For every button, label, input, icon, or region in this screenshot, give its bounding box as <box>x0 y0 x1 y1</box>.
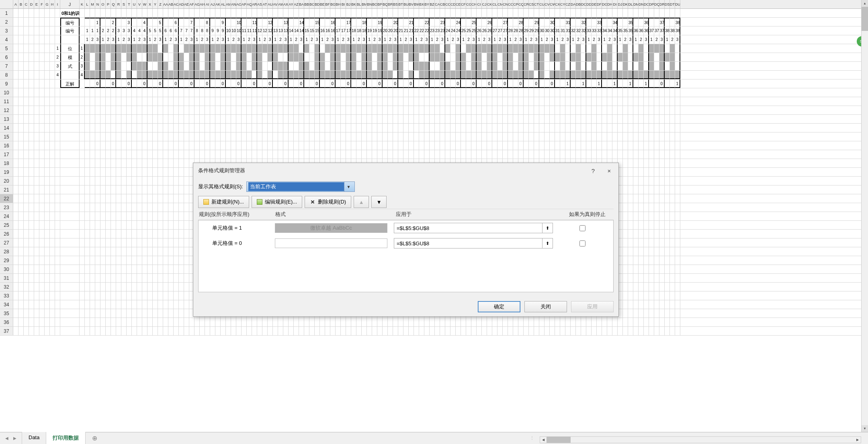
cell[interactable]: 2 <box>168 35 174 44</box>
cell[interactable] <box>45 194 50 203</box>
cell[interactable] <box>29 221 34 229</box>
cell[interactable] <box>132 238 137 247</box>
cell[interactable] <box>560 79 565 88</box>
cell[interactable] <box>330 132 336 141</box>
cell[interactable] <box>403 79 409 88</box>
cell[interactable] <box>602 124 607 132</box>
cell[interactable] <box>189 9 194 17</box>
cell[interactable] <box>550 44 555 53</box>
cell[interactable] <box>351 115 356 123</box>
cell[interactable] <box>34 88 39 97</box>
cell[interactable] <box>294 150 299 159</box>
cell[interactable] <box>304 53 309 61</box>
cell[interactable] <box>633 62 639 70</box>
cell[interactable] <box>100 115 106 123</box>
cell[interactable] <box>132 194 137 203</box>
cell[interactable]: 3 <box>644 35 649 44</box>
cell[interactable] <box>137 62 142 70</box>
cell[interactable] <box>623 185 628 194</box>
cell[interactable] <box>200 141 205 150</box>
cell[interactable] <box>210 327 215 335</box>
cell[interactable] <box>372 79 377 88</box>
cell[interactable] <box>24 221 29 229</box>
cell[interactable] <box>34 185 39 194</box>
cell[interactable] <box>90 44 95 53</box>
cell[interactable] <box>586 88 592 97</box>
cell[interactable] <box>24 318 29 326</box>
cell[interactable] <box>90 318 95 326</box>
cell[interactable] <box>85 106 90 114</box>
cell[interactable] <box>576 327 581 335</box>
cell[interactable] <box>163 18 168 26</box>
cell[interactable] <box>435 44 440 53</box>
cell[interactable] <box>18 247 24 256</box>
cell[interactable] <box>106 203 111 212</box>
cell[interactable] <box>273 327 278 335</box>
cell[interactable] <box>226 327 231 335</box>
cell[interactable] <box>236 88 242 97</box>
cell[interactable] <box>633 194 639 203</box>
cell[interactable] <box>545 88 550 97</box>
cell[interactable] <box>273 44 278 53</box>
cell[interactable] <box>618 79 623 88</box>
cell[interactable] <box>576 18 581 26</box>
cell[interactable] <box>137 212 142 220</box>
cell[interactable] <box>106 141 111 150</box>
col-header[interactable]: BE <box>320 0 325 8</box>
cell[interactable]: 25 <box>461 26 466 35</box>
cell[interactable] <box>341 106 346 114</box>
col-header[interactable]: CY <box>560 0 565 8</box>
cell[interactable]: 9 <box>221 18 226 26</box>
cell[interactable] <box>623 318 628 326</box>
cell[interactable] <box>106 97 111 106</box>
cell[interactable] <box>90 79 95 88</box>
cell[interactable] <box>147 71 153 79</box>
cell[interactable] <box>581 44 586 53</box>
cell[interactable] <box>262 150 268 159</box>
cell[interactable] <box>430 9 435 17</box>
cell[interactable] <box>602 53 607 61</box>
cell[interactable] <box>184 62 189 70</box>
cell[interactable] <box>45 212 50 220</box>
cell[interactable]: 3 <box>659 35 665 44</box>
col-header[interactable]: AK <box>215 0 221 8</box>
cell[interactable] <box>409 115 414 123</box>
cell[interactable] <box>581 327 586 335</box>
cell[interactable] <box>644 256 649 265</box>
cell[interactable] <box>179 79 184 88</box>
col-header[interactable]: Q <box>111 0 116 8</box>
cell[interactable] <box>34 106 39 114</box>
cell[interactable] <box>586 18 592 26</box>
cell[interactable] <box>550 327 555 335</box>
cell[interactable] <box>111 177 116 185</box>
cell[interactable] <box>163 221 168 229</box>
row-header[interactable]: 37 <box>0 327 13 335</box>
cell[interactable] <box>283 9 289 17</box>
cell[interactable] <box>560 9 565 17</box>
cell[interactable] <box>273 141 278 150</box>
cell[interactable] <box>55 212 60 220</box>
cell[interactable]: 11 <box>252 26 257 35</box>
cell[interactable] <box>18 194 24 203</box>
cell[interactable] <box>127 221 132 229</box>
cell[interactable] <box>268 97 273 106</box>
cell[interactable] <box>508 18 513 26</box>
cell[interactable] <box>215 318 221 326</box>
col-header[interactable]: M <box>90 0 95 8</box>
cell[interactable] <box>654 203 659 212</box>
cell[interactable] <box>147 159 153 167</box>
cell[interactable] <box>518 115 524 123</box>
cell[interactable] <box>430 106 435 114</box>
col-header[interactable]: AD <box>179 0 184 8</box>
cell[interactable] <box>341 44 346 53</box>
cell[interactable] <box>607 106 612 114</box>
cell[interactable] <box>34 212 39 220</box>
cell[interactable] <box>221 141 226 150</box>
cell[interactable] <box>116 221 121 229</box>
cell[interactable] <box>377 318 383 326</box>
cell[interactable] <box>529 318 534 326</box>
cell[interactable] <box>550 97 555 106</box>
cell[interactable] <box>372 106 377 114</box>
cell[interactable] <box>153 194 158 203</box>
cell[interactable] <box>278 141 283 150</box>
